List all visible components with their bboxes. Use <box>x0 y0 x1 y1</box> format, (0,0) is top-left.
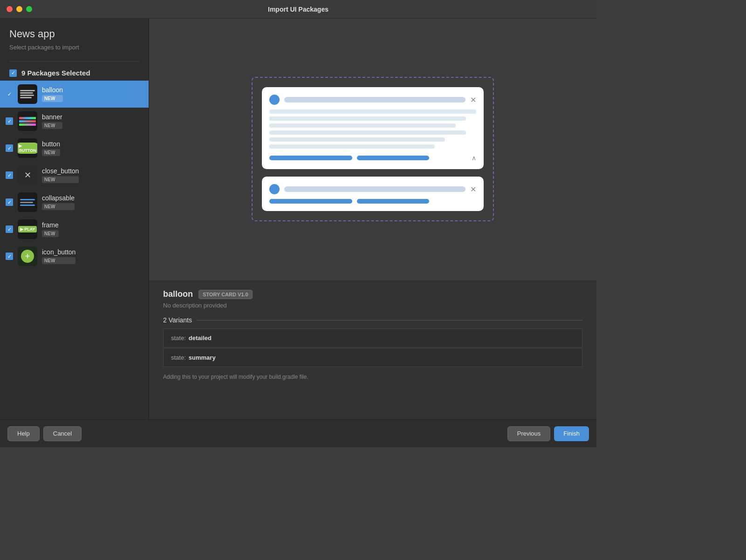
gradle-note: Adding this to your project will modify … <box>163 374 582 380</box>
detail-package-name: balloon <box>163 289 193 299</box>
package-icon-close-button: ✕ <box>18 165 37 185</box>
sidebar: News app Select packages to import 9 Pac… <box>0 19 149 419</box>
card-title-bar-2 <box>284 186 465 192</box>
preview-area: ✕ ∧ <box>149 19 596 280</box>
card-preview-summary: ✕ <box>262 177 484 211</box>
package-info-button: button NEW <box>42 140 60 156</box>
x-icon: ✕ <box>24 170 31 180</box>
select-all-row[interactable]: 9 Packages Selected <box>0 67 149 81</box>
card-avatar-circle <box>269 95 280 105</box>
package-name-close-button: close_button <box>42 167 79 175</box>
variant-value-2: summary <box>189 354 216 361</box>
package-icon-frame: ▶ PLAY <box>18 219 37 239</box>
package-icon-button: ▶ BUTTON <box>18 138 37 158</box>
card-close-icon[interactable]: ✕ <box>470 96 476 104</box>
package-checkbox-banner[interactable] <box>6 117 13 125</box>
list-item[interactable]: ▶ PLAY frame NEW <box>0 216 149 243</box>
list-item[interactable]: collapsable NEW <box>0 189 149 216</box>
package-checkbox-icon-button[interactable] <box>6 253 13 260</box>
bottom-bar: Help Cancel Previous Finish <box>0 419 596 447</box>
select-all-checkbox[interactable] <box>9 69 17 77</box>
sidebar-header: News app Select packages to import <box>0 19 149 55</box>
sidebar-divider <box>9 61 139 61</box>
variant-label-1: state: <box>171 335 186 341</box>
card-footer-summary <box>269 199 476 204</box>
card-button-bar-4 <box>357 199 429 204</box>
package-info-icon-button: icon_button NEW <box>42 248 75 264</box>
close-button-traffic[interactable] <box>7 6 13 12</box>
variant-row-summary: state: summary <box>163 348 582 367</box>
package-icon-icon-button: + <box>18 246 37 266</box>
card-title-bar <box>284 97 465 102</box>
card-line <box>269 137 445 142</box>
card-line <box>269 116 466 121</box>
card-avatar-circle-2 <box>269 184 280 194</box>
new-badge-frame: NEW <box>42 230 59 237</box>
package-checkbox-balloon[interactable] <box>6 90 13 98</box>
package-checkbox-frame[interactable] <box>6 225 13 233</box>
sidebar-subtitle: Select packages to import <box>9 44 139 51</box>
variant-value-1: detailed <box>189 335 212 341</box>
package-icon-balloon <box>18 84 37 104</box>
package-name-icon-button: icon_button <box>42 248 75 256</box>
preview-dashed-container: ✕ ∧ <box>252 77 494 221</box>
package-checkbox-collapsable[interactable] <box>6 198 13 206</box>
package-info-close-button: close_button NEW <box>42 167 79 183</box>
list-item[interactable]: + icon_button NEW <box>0 243 149 270</box>
variant-row-detailed: state: detailed <box>163 328 582 348</box>
list-item[interactable]: ▶ BUTTON button NEW <box>0 135 149 162</box>
bottom-left-buttons: Help Cancel <box>7 426 82 441</box>
story-card-badge: STORY CARD V1.0 <box>198 290 253 299</box>
previous-button[interactable]: Previous <box>507 426 551 441</box>
detail-panel: balloon STORY CARD V1.0 No description p… <box>149 280 596 419</box>
list-item[interactable]: balloon NEW <box>0 81 149 108</box>
package-name-button: button <box>42 140 60 148</box>
new-badge-close-button: NEW <box>42 176 79 183</box>
card-close-icon-2[interactable]: ✕ <box>470 185 476 194</box>
title-bar: Import UI Packages <box>0 0 596 19</box>
card-header-detailed: ✕ <box>269 95 476 105</box>
package-info-banner: banner NEW <box>42 113 62 129</box>
card-content-lines <box>269 109 476 149</box>
variants-header: 2 Variants <box>163 316 582 324</box>
package-name-banner: banner <box>42 113 62 121</box>
package-info-balloon: balloon NEW <box>42 86 63 102</box>
list-item[interactable]: banner NEW <box>0 108 149 135</box>
package-checkbox-close-button[interactable] <box>6 171 13 179</box>
help-button[interactable]: Help <box>7 426 40 441</box>
package-name-collapsable: collapsable <box>42 194 75 202</box>
new-badge-banner: NEW <box>42 122 62 129</box>
new-badge-collapsable: NEW <box>42 203 75 210</box>
package-name-balloon: balloon <box>42 86 63 94</box>
card-line <box>269 144 435 149</box>
card-button-bar-3 <box>269 199 352 204</box>
new-badge-icon-button: NEW <box>42 257 75 264</box>
card-line <box>269 130 466 135</box>
package-info-frame: frame NEW <box>42 221 59 237</box>
minimize-button-traffic[interactable] <box>16 6 22 12</box>
packages-list: balloon NEW banner NEW <box>0 81 149 419</box>
package-icon-collapsable <box>18 192 37 212</box>
package-name-frame: frame <box>42 221 59 229</box>
detail-header: balloon STORY CARD V1.0 <box>163 289 582 299</box>
finish-button[interactable]: Finish <box>554 426 589 441</box>
card-preview-detailed: ✕ ∧ <box>262 87 484 169</box>
chevron-up-icon[interactable]: ∧ <box>472 154 476 162</box>
window-title: Import UI Packages <box>268 6 329 13</box>
list-item[interactable]: ✕ close_button NEW <box>0 162 149 189</box>
package-checkbox-button[interactable] <box>6 144 13 152</box>
card-header-summary: ✕ <box>269 184 476 194</box>
right-panel: ✕ ∧ <box>149 19 596 419</box>
app-name: News app <box>9 28 139 40</box>
variant-label-2: state: <box>171 354 186 361</box>
card-line <box>269 109 476 114</box>
card-line <box>269 123 456 128</box>
traffic-lights <box>7 6 32 12</box>
plus-icon: + <box>21 250 34 263</box>
package-icon-banner <box>18 111 37 131</box>
maximize-button-traffic[interactable] <box>26 6 32 12</box>
packages-selected-label: 9 Packages Selected <box>21 69 90 77</box>
cancel-button[interactable]: Cancel <box>43 426 82 441</box>
card-button-bar-1 <box>269 156 352 160</box>
card-button-bar-2 <box>357 156 429 160</box>
